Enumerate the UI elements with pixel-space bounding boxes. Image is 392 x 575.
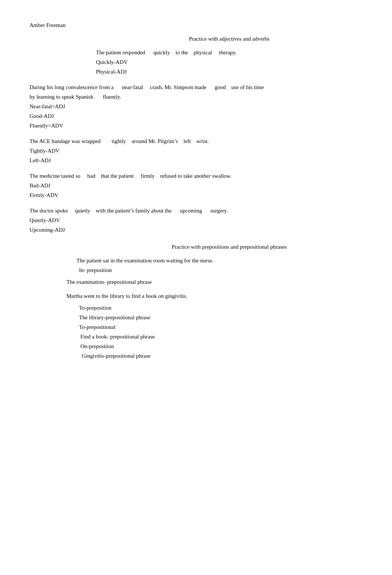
label-s2-1: Near-fatal=ADJ <box>30 102 362 111</box>
label-s4-2: Firmly-ADV <box>30 191 362 200</box>
label-s5-1: Quietly-ADV <box>30 216 362 225</box>
label-p2-3: To-prepositional <box>74 323 362 331</box>
section2-title: Practice with prepositions and prepositi… <box>30 244 362 250</box>
sentence-4: The medicine tasted so bad that the pati… <box>30 171 362 180</box>
label-s2-2: Good-ADJ <box>30 112 362 120</box>
label-s2-3: Fluently=ADV <box>30 121 362 130</box>
sentence-3: The ACE bandage was wrapped tightly arou… <box>30 137 362 146</box>
label-p2-4: Find a book- prepositional phrase <box>74 332 362 341</box>
sentence-1: The patient responded quickly to the phy… <box>96 48 362 57</box>
label-p2-5: On-preposition <box>74 342 362 351</box>
prep-sentence-1: The patient sat in the examination room … <box>74 256 362 265</box>
section1-title: Practice with adjectives and adverbs <box>30 36 362 42</box>
label-p2-6: Gingivitis-prepositional phrase <box>74 351 362 360</box>
label-s4-1: Bad-ADJ <box>30 181 362 190</box>
sentence-2-line2: by learning to speak Spanish fluently. <box>30 92 362 101</box>
sentence-2-line1: During his long convalescence from a nea… <box>30 83 362 92</box>
label-p1-1: In- preposition <box>74 266 362 275</box>
label-s5-2: Upcoming-ADJ <box>30 225 362 234</box>
label-p2-1: To-preposition <box>74 303 362 312</box>
label-s3-1: Tightly-ADV <box>30 146 362 155</box>
label-s1-2: Physical-ADJ <box>96 67 362 76</box>
label-p1-2: The examination- prepositional phrase <box>66 278 362 286</box>
label-p2-2: The library-prepositional phrase <box>74 313 362 322</box>
label-s3-2: Left-ADJ <box>30 156 362 165</box>
sentence-5: The doctor spoke quietly with the patien… <box>30 206 362 215</box>
author-name: Amber Freeman <box>30 22 362 28</box>
prep-sentence-2: Martha went to the library to find a boo… <box>66 292 362 300</box>
label-s1-1: Quickly-ADV <box>96 58 362 67</box>
